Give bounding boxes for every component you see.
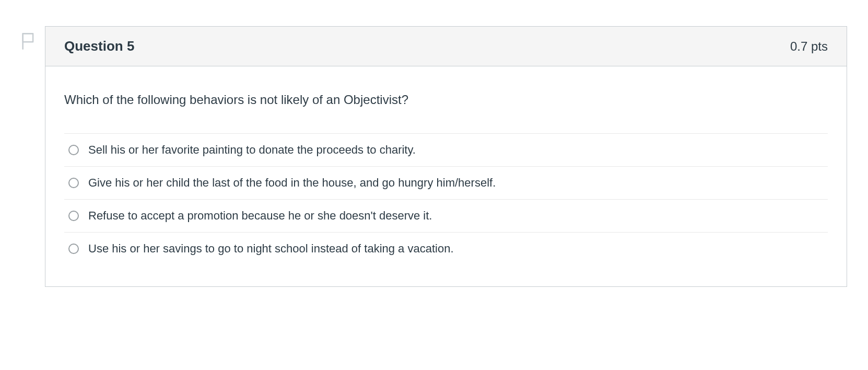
- radio-icon: [68, 244, 79, 254]
- answer-list: Sell his or her favorite painting to don…: [64, 133, 828, 265]
- radio-icon: [68, 145, 79, 155]
- question-body: Which of the following behaviors is not …: [45, 66, 847, 286]
- answer-text: Give his or her child the last of the fo…: [88, 176, 496, 190]
- flag-icon[interactable]: [21, 32, 36, 50]
- question-header: Question 5 0.7 pts: [45, 27, 847, 66]
- answer-option[interactable]: Refuse to accept a promotion because he …: [64, 199, 828, 232]
- question-points: 0.7 pts: [790, 39, 828, 54]
- page-wrapper: Question 5 0.7 pts Which of the followin…: [21, 26, 847, 287]
- answer-text: Refuse to accept a promotion because he …: [88, 209, 432, 223]
- answer-option[interactable]: Sell his or her favorite painting to don…: [64, 133, 828, 166]
- radio-icon: [68, 211, 79, 221]
- question-title: Question 5: [64, 38, 134, 54]
- answer-option[interactable]: Give his or her child the last of the fo…: [64, 166, 828, 199]
- question-card: Question 5 0.7 pts Which of the followin…: [45, 26, 847, 287]
- answer-text: Use his or her savings to go to night sc…: [88, 242, 454, 256]
- answer-option[interactable]: Use his or her savings to go to night sc…: [64, 232, 828, 265]
- question-prompt: Which of the following behaviors is not …: [64, 92, 828, 107]
- radio-icon: [68, 178, 79, 188]
- answer-text: Sell his or her favorite painting to don…: [88, 143, 416, 157]
